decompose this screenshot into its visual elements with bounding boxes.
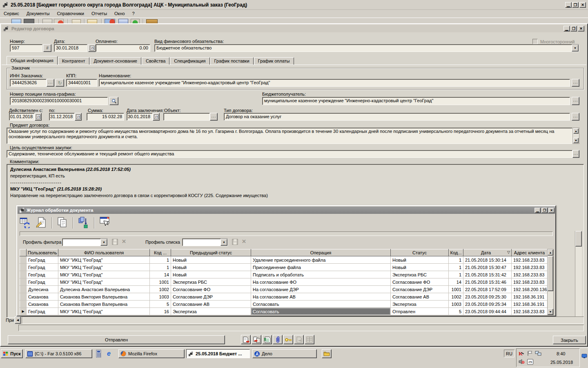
- editor-close-button[interactable]: ✕: [578, 26, 584, 31]
- cell[interactable]: 1002: [150, 286, 171, 293]
- task-button-firefox[interactable]: Mozilla Firefox: [118, 349, 185, 358]
- tray-calendar-icon[interactable]: 25: [527, 359, 533, 365]
- cell[interactable]: Согласование ДЭР: [391, 286, 449, 293]
- cell[interactable]: Новый: [171, 264, 251, 271]
- object-field[interactable]: [163, 113, 210, 121]
- contract-type-field[interactable]: Договор на оказание услуг: [224, 113, 570, 121]
- shared-folder-icon[interactable]: [322, 349, 332, 358]
- cell[interactable]: Согласование ФО: [391, 278, 449, 286]
- purpose-field[interactable]: Содержание, техническое обслуживание и т…: [7, 150, 572, 158]
- valid-from-calendar-icon[interactable]: 15: [35, 113, 42, 121]
- col-client-address[interactable]: Адрес клиента: [512, 249, 548, 256]
- task-button-budget-active[interactable]: 25.05.2018 Бюджет ...: [186, 349, 250, 358]
- cell[interactable]: 1: [449, 256, 463, 264]
- recipient-field[interactable]: муниципальное казенное учреждение "Инжен…: [262, 97, 570, 105]
- attachments-icon[interactable]: [273, 335, 283, 344]
- filter-profile-combo[interactable]: ▼: [62, 238, 108, 246]
- cell[interactable]: 192.168.233.83: [512, 271, 548, 278]
- cell[interactable]: 21.05.2018 15:30:14: [463, 256, 512, 264]
- internet-explorer-icon[interactable]: e: [107, 350, 111, 357]
- valid-to-calendar-icon[interactable]: 15: [75, 113, 82, 121]
- filter-save-icon[interactable]: [112, 239, 118, 245]
- object-lookup-button[interactable]: ···: [210, 113, 218, 121]
- table-scroll-down-icon[interactable]: ▼: [548, 309, 553, 315]
- cell[interactable]: Сизанова: [27, 293, 58, 301]
- excel-export-icon[interactable]: [262, 335, 272, 344]
- col-date[interactable]: Дата ▽: [463, 249, 512, 256]
- row-selector[interactable]: [20, 293, 27, 301]
- flag-icon[interactable]: [527, 351, 533, 356]
- row-selector[interactable]: [20, 271, 27, 278]
- cell[interactable]: 192.168.233.83: [512, 278, 548, 286]
- cell[interactable]: 192.168.36.191: [512, 301, 548, 308]
- tab-kontragent[interactable]: Контрагент: [58, 57, 89, 65]
- menu-okno[interactable]: Окно: [111, 10, 129, 17]
- signature-key-icon[interactable]: [283, 335, 293, 344]
- editor-maximize-button[interactable]: ❐: [570, 26, 577, 31]
- tab-dokument-osnovanie[interactable]: Документ-основание: [90, 57, 141, 65]
- plan-search-icon[interactable]: [109, 97, 118, 105]
- cell[interactable]: На согласование ДЭР: [251, 286, 391, 293]
- col-status[interactable]: Статус: [391, 249, 449, 256]
- cell[interactable]: 23.05.2018 09:25:34: [463, 301, 512, 308]
- toolbar-folder-icon[interactable]: [146, 19, 158, 23]
- cell[interactable]: 1001: [150, 278, 171, 286]
- toolbar-edit-icon[interactable]: [87, 19, 97, 23]
- tab-spetsifikatsiya[interactable]: Спецификация: [170, 57, 209, 65]
- close-editor-button[interactable]: Закрыть: [553, 336, 586, 344]
- cell[interactable]: 14: [449, 278, 463, 286]
- journal-minimize-button[interactable]: ▁: [535, 208, 541, 213]
- customer-name-field[interactable]: муниципальное казенное учреждение "Инжен…: [99, 79, 570, 87]
- cell[interactable]: 192.168.233.83: [512, 256, 548, 264]
- task-button-far[interactable]: {C:\} - Far 3.0.5100 x86: [25, 349, 92, 358]
- cell[interactable]: ГеоГрад: [27, 308, 58, 315]
- export-copy-icon[interactable]: [252, 335, 261, 344]
- volume-muted-icon[interactable]: [519, 359, 525, 364]
- cell[interactable]: ГеоГрад: [27, 264, 58, 271]
- col-code2[interactable]: Код...: [449, 249, 463, 256]
- fin-obligation-field[interactable]: Бюджетное обязательство ▼: [154, 44, 579, 52]
- cell[interactable]: Экспертиза: [171, 308, 251, 315]
- show-desktop-icon[interactable]: [581, 354, 587, 359]
- toolbar-list-icon[interactable]: [24, 19, 34, 23]
- fin-obligation-dropdown-icon[interactable]: ▼: [572, 45, 579, 52]
- cell[interactable]: Согласование АВ: [391, 293, 449, 301]
- minimize-button[interactable]: ▁: [565, 2, 572, 8]
- cell[interactable]: 5: [150, 301, 171, 308]
- notes-scroll-left-icon[interactable]: ◀: [15, 316, 21, 324]
- cell[interactable]: Новый: [391, 256, 449, 264]
- cell[interactable]: 1: [150, 256, 171, 264]
- cell[interactable]: 21.05.2018 15:31:46: [463, 278, 512, 286]
- notes-tab[interactable]: При: [6, 318, 14, 323]
- contract-type-lookup-button[interactable]: ···: [572, 113, 579, 121]
- filter-clear-icon[interactable]: ✕: [122, 238, 126, 245]
- number-generate-button[interactable]: #: [43, 44, 51, 52]
- cell[interactable]: Новый: [391, 264, 449, 271]
- cell[interactable]: Отправлен: [391, 308, 449, 315]
- cell[interactable]: 1001: [449, 286, 463, 293]
- cell[interactable]: Согласование ФО: [171, 286, 251, 293]
- tab-svoystva[interactable]: Свойства: [142, 57, 169, 65]
- cell[interactable]: Удаление присоединенного файла: [251, 256, 391, 264]
- row-selector[interactable]: [20, 264, 27, 271]
- selected-cell[interactable]: Согласовать: [251, 308, 391, 315]
- cell[interactable]: Подписать и обработать: [251, 271, 391, 278]
- cell[interactable]: 16: [150, 308, 171, 315]
- cell[interactable]: 1002: [449, 293, 463, 301]
- row-selector[interactable]: [20, 286, 27, 293]
- language-indicator[interactable]: RU: [504, 350, 514, 357]
- menu-otchety[interactable]: Отчеты: [88, 10, 111, 17]
- col-prev-status[interactable]: Предыдущий статус: [171, 249, 251, 256]
- cell[interactable]: 192.168.233.83: [512, 264, 548, 271]
- cell[interactable]: Новый: [171, 271, 251, 278]
- cell[interactable]: Экспертиза РБС: [391, 271, 449, 278]
- purpose-lookup-button[interactable]: ···: [572, 150, 579, 158]
- current-row-marker[interactable]: ▶: [20, 308, 27, 315]
- cell[interactable]: Экспертиза РБС: [171, 278, 251, 286]
- multilateral-checkbox[interactable]: [532, 39, 538, 44]
- tray-clock[interactable]: 8:40: [557, 351, 565, 356]
- cell[interactable]: Согласование АВ: [171, 301, 251, 308]
- refresh-journal-icon[interactable]: [20, 217, 33, 229]
- toolbar-new-icon[interactable]: [11, 19, 21, 23]
- comments-scrollbar[interactable]: [575, 231, 582, 316]
